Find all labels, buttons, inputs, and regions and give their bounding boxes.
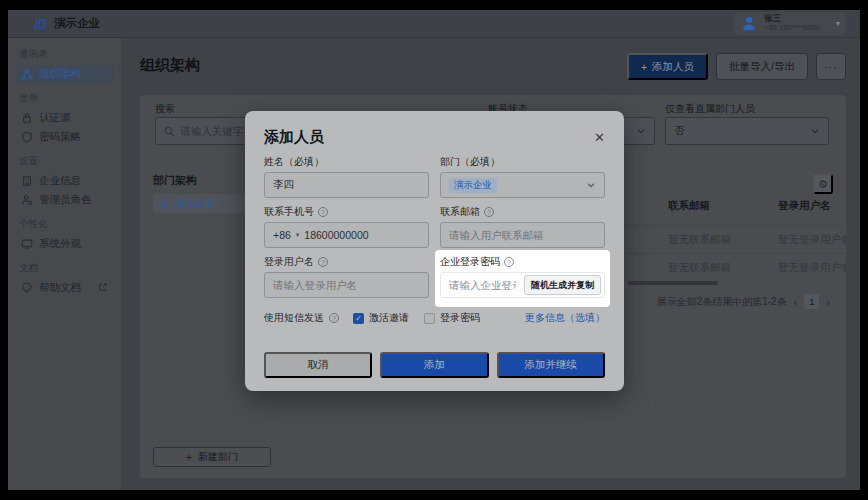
chevron-down-icon <box>586 180 596 190</box>
company-logo-icon: iD <box>34 16 46 32</box>
search-label: 搜索 <box>155 102 175 116</box>
building-icon <box>21 175 33 187</box>
horizontal-scrollbar[interactable] <box>628 281 718 285</box>
page-actions: + 添加人员 批量导入/导出 ··· <box>627 53 846 80</box>
user-phone: +86 150****0000 <box>764 24 820 33</box>
table-row[interactable]: 暂无联系邮箱 暂无登录用户名 <box>610 225 846 253</box>
checkbox-activate-invite[interactable]: ✓ <box>353 313 364 324</box>
chevron-down-icon <box>636 126 646 136</box>
username-label: 登录用户名 <box>264 255 314 269</box>
password-label: 企业登录密码 <box>440 255 500 269</box>
chevron-down-icon: ▾ <box>836 19 840 28</box>
sidebar-section-login: 登录 <box>19 92 110 105</box>
modal-buttons: 取消 添加 添加并继续 <box>264 352 605 378</box>
dept-tag: 演示企业 <box>449 178 497 193</box>
country-code[interactable]: +86 <box>273 229 291 241</box>
lock-icon <box>21 112 33 124</box>
next-page-icon[interactable]: › <box>826 296 830 308</box>
sidebar-section-contacts: 通讯录 <box>19 48 110 61</box>
table-settings-button[interactable]: ⚙ <box>813 174 833 194</box>
direct-dept-value: 否 <box>674 124 804 138</box>
sidebar-item-admin-roles[interactable]: 管理员角色 <box>15 191 114 209</box>
sidebar-item-label: 认证源 <box>39 111 108 125</box>
sidebar-item-auth-source[interactable]: 认证源 <box>15 109 114 127</box>
sidebar: 通讯录 组织架构 登录 认证源 密码策略 设置 企业信息 <box>8 38 122 490</box>
plus-icon: + <box>186 452 192 463</box>
field-name: 姓名（必填） <box>264 156 429 198</box>
dept-select[interactable]: 演示企业 <box>440 172 605 198</box>
email-label: 联系邮箱 <box>440 205 480 219</box>
user-menu[interactable]: 张三 +86 150****0000 ▾ <box>734 12 846 34</box>
sidebar-item-label: 管理员角色 <box>39 193 108 207</box>
email-input-box[interactable] <box>440 222 605 248</box>
field-dept: 部门（必填） 演示企业 <box>440 156 605 198</box>
bulk-import-export-button[interactable]: 批量导入/导出 <box>716 53 808 80</box>
password-input-box[interactable]: 随机生成并复制 <box>440 272 605 298</box>
plus-icon: + <box>641 61 647 73</box>
field-password-spotlight: 企业登录密码 ? 随机生成并复制 <box>435 250 610 307</box>
username-input-box[interactable] <box>264 272 429 298</box>
more-icon: ··· <box>824 61 838 73</box>
direct-dept-select[interactable]: 否 <box>665 117 829 145</box>
cell-email: 暂无联系邮箱 <box>668 261 768 275</box>
dept-label: 部门（必填） <box>440 155 500 169</box>
cancel-button[interactable]: 取消 <box>264 352 372 378</box>
search-icon <box>164 126 174 137</box>
name-label: 姓名（必填） <box>264 155 324 169</box>
field-email: 联系邮箱 ? <box>440 206 605 248</box>
sidebar-section-settings: 设置 <box>19 155 110 168</box>
company-name: 演示企业 <box>54 16 100 31</box>
more-info-link[interactable]: 更多信息（选填） <box>525 311 605 325</box>
question-icon: ? <box>504 257 514 267</box>
checkbox-login-password[interactable] <box>424 313 435 324</box>
sidebar-item-label: 企业信息 <box>39 174 108 188</box>
table-row[interactable]: 暂无联系邮箱 暂无登录用户名 <box>610 253 846 281</box>
page-title: 组织架构 <box>140 56 200 75</box>
avatar-icon <box>740 14 758 32</box>
org-icon <box>159 199 169 209</box>
sidebar-item-label: 组织架构 <box>39 67 108 81</box>
question-icon: ? <box>484 207 494 217</box>
caret-down-icon: ▾ <box>296 231 300 239</box>
document-icon <box>21 282 33 294</box>
phone-input-box[interactable]: +86 ▾ <box>264 222 429 248</box>
generate-password-button[interactable]: 随机生成并复制 <box>524 275 601 295</box>
chevron-down-icon <box>810 126 820 136</box>
checkbox-activate-invite-label: 激活邀请 <box>369 311 409 325</box>
add-person-button[interactable]: + 添加人员 <box>627 53 708 80</box>
col-header-username: 登录用户名 <box>778 199 831 213</box>
brand: iD 演示企业 <box>34 16 100 32</box>
add-continue-button[interactable]: 添加并继续 <box>497 352 605 378</box>
col-header-email: 联系邮箱 <box>668 199 710 213</box>
cell-email: 暂无联系邮箱 <box>668 233 768 247</box>
add-button[interactable]: 添加 <box>380 352 488 378</box>
screen: iD 演示企业 张三 +86 150****0000 ▾ 通讯录 组织架构 登录 <box>0 0 868 500</box>
org-icon <box>21 68 33 80</box>
page-number[interactable]: 1 <box>804 294 819 309</box>
sidebar-item-org-structure[interactable]: 组织架构 <box>15 65 114 83</box>
direct-dept-label: 仅查看直属部门人员 <box>665 102 755 116</box>
sidebar-item-appearance[interactable]: 系统外观 <box>15 235 114 253</box>
sms-label: 使用短信发送 <box>264 311 324 325</box>
modal-title: 添加人员 <box>264 128 324 147</box>
new-dept-button[interactable]: + 新建部门 <box>153 447 271 467</box>
sidebar-item-company-info[interactable]: 企业信息 <box>15 172 114 190</box>
cell-username: 暂无登录用户名 <box>778 233 846 247</box>
sidebar-item-password-policy[interactable]: 密码策略 <box>15 128 114 146</box>
phone-input[interactable] <box>304 229 420 241</box>
external-link-icon <box>98 282 108 294</box>
prev-page-icon[interactable]: ‹ <box>794 296 798 308</box>
close-icon[interactable]: ✕ <box>594 130 605 145</box>
email-input[interactable] <box>449 229 596 241</box>
name-input-box[interactable] <box>264 172 429 198</box>
monitor-icon <box>21 238 33 250</box>
username-input[interactable] <box>273 279 420 291</box>
question-icon: ? <box>318 257 328 267</box>
sidebar-section-docs: 文档 <box>19 262 110 275</box>
user-gear-icon <box>21 194 33 206</box>
more-actions-button[interactable]: ··· <box>816 53 846 80</box>
name-input[interactable] <box>273 179 420 191</box>
sidebar-section-personalization: 个性化 <box>19 218 110 231</box>
sidebar-item-label: 帮助文档 <box>39 281 92 295</box>
sidebar-item-help-docs[interactable]: 帮助文档 <box>15 279 114 297</box>
